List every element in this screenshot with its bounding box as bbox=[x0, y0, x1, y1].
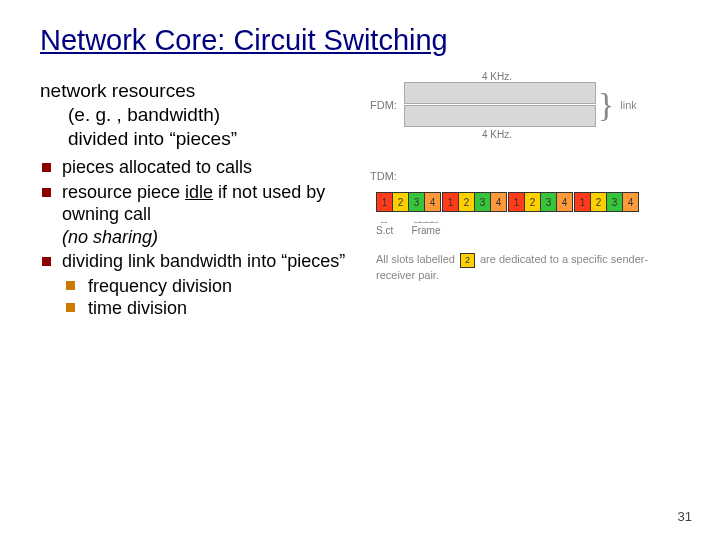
tdm-caption-1: All slots labelled bbox=[376, 253, 458, 265]
tdm-cell: 4 bbox=[623, 193, 638, 211]
tdm-diagram: TDM: 1 2 3 4 1 2 3 4 1 bbox=[370, 170, 680, 283]
tdm-cell: 4 bbox=[491, 193, 506, 211]
tdm-cell: 1 bbox=[509, 193, 525, 211]
tdm-frame-label: Frame bbox=[412, 225, 441, 236]
slide-title: Network Core: Circuit Switching bbox=[40, 24, 680, 57]
bullet-3: dividing link bandwidth into “pieces” fr… bbox=[40, 250, 360, 320]
tdm-cell: 3 bbox=[541, 193, 557, 211]
tdm-slot-bracket: ⎵S.ct bbox=[376, 214, 392, 236]
bullet-2: resource piece idle if not used by ownin… bbox=[40, 181, 360, 249]
tdm-cell: 3 bbox=[607, 193, 623, 211]
fdm-link-label: link bbox=[620, 99, 637, 111]
intro-text: network resources (e. g. , bandwidth) di… bbox=[40, 79, 360, 150]
fdm-band-2 bbox=[404, 105, 596, 127]
tdm-slot-label: S.ct bbox=[376, 225, 393, 236]
tdm-cell: 1 bbox=[575, 193, 591, 211]
bullet-2a: resource piece bbox=[62, 182, 185, 202]
tdm-frame-bracket: ⎵⎵⎵⎵Frame bbox=[394, 214, 458, 236]
tdm-cell: 4 bbox=[557, 193, 572, 211]
tdm-cell: 2 bbox=[525, 193, 541, 211]
tdm-caption-numbox: 2 bbox=[460, 253, 475, 268]
sub-bullet-1: frequency division bbox=[62, 275, 360, 298]
bullet-2-idle: idle bbox=[185, 182, 213, 202]
fdm-khz-bottom: 4 KHz. bbox=[482, 129, 512, 140]
fdm-khz-top: 4 KHz. bbox=[482, 71, 512, 82]
fdm-bands: 4 KHz. 4 KHz. bbox=[404, 81, 596, 128]
figure-column: FDM: 4 KHz. 4 KHz. } link TDM: 1 2 3 bbox=[360, 79, 680, 283]
text-column: network resources (e. g. , bandwidth) di… bbox=[40, 79, 360, 322]
tdm-cell: 2 bbox=[393, 193, 409, 211]
bullet-1: pieces allocated to calls bbox=[40, 156, 360, 179]
brace-icon: } bbox=[598, 93, 614, 117]
tdm-cell: 1 bbox=[377, 193, 393, 211]
tdm-under-labels: ⎵S.ct ⎵⎵⎵⎵Frame bbox=[376, 214, 680, 236]
tdm-frame-4: 1 2 3 4 bbox=[574, 192, 639, 212]
intro-line1: network resources bbox=[40, 80, 195, 101]
page-number: 31 bbox=[678, 509, 692, 524]
tdm-frame-3: 1 2 3 4 bbox=[508, 192, 573, 212]
intro-line3: divided into “pieces” bbox=[40, 128, 237, 149]
tdm-cell: 2 bbox=[591, 193, 607, 211]
tdm-row: 1 2 3 4 1 2 3 4 1 2 3 4 bbox=[376, 192, 680, 212]
tdm-cell: 4 bbox=[425, 193, 440, 211]
tdm-cell: 3 bbox=[409, 193, 425, 211]
sub-bullet-list: frequency division time division bbox=[62, 275, 360, 320]
tdm-frame-2: 1 2 3 4 bbox=[442, 192, 507, 212]
tdm-cell: 1 bbox=[443, 193, 459, 211]
tdm-frame-1: 1 2 3 4 bbox=[376, 192, 441, 212]
sub-bullet-2: time division bbox=[62, 297, 360, 320]
tdm-cell: 3 bbox=[475, 193, 491, 211]
fdm-diagram: FDM: 4 KHz. 4 KHz. } link bbox=[370, 81, 680, 128]
fdm-label: FDM: bbox=[370, 99, 404, 111]
tdm-label: TDM: bbox=[370, 170, 680, 182]
intro-line2: (e. g. , bandwidth) bbox=[40, 104, 220, 125]
bullet-3-text: dividing link bandwidth into “pieces” bbox=[62, 251, 345, 271]
bullet-2c: (no sharing) bbox=[62, 227, 158, 247]
fdm-band-1 bbox=[404, 82, 596, 104]
bullet-list: pieces allocated to calls resource piece… bbox=[40, 156, 360, 320]
tdm-caption: All slots labelled 2 are dedicated to a … bbox=[376, 252, 680, 283]
tdm-cell: 2 bbox=[459, 193, 475, 211]
